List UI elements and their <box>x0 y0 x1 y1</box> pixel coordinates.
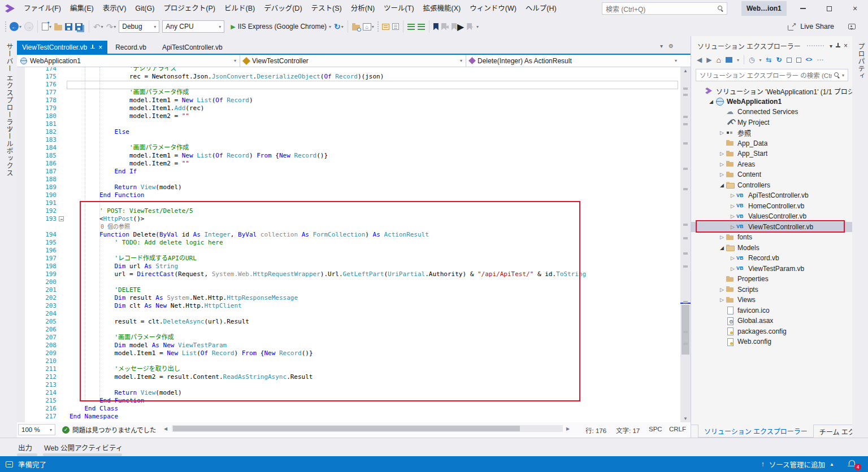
code-line-182[interactable]: 182 Else <box>17 128 680 136</box>
code-line-203[interactable]: 203 Dim clt As New Net.Http.HttpClient <box>17 302 680 310</box>
member-dropdown[interactable]: Delete(Integer) As ActionResult ▾ <box>466 55 680 67</box>
code-line-189[interactable]: 189 Return View(model) <box>17 183 680 191</box>
code-line-214[interactable]: 214 Return View(model) <box>17 389 680 397</box>
code-line-177[interactable]: 177 '画面パラメータ作成 <box>17 89 680 97</box>
editor-options-gear-icon[interactable]: ⚙ <box>669 43 674 49</box>
previous-bookmark-button[interactable]: ◀ <box>441 23 449 30</box>
increase-indent-button[interactable] <box>418 24 425 30</box>
panel-tab-output[interactable]: 出力 <box>18 442 32 453</box>
code-line-198[interactable]: 198 Dim url As String <box>17 263 680 270</box>
menu-help[interactable]: ヘルプ(H) <box>521 0 561 17</box>
code-line-190[interactable]: 190 End Function <box>17 191 680 199</box>
tab-close-icon[interactable]: × <box>98 44 102 51</box>
code-line-206[interactable]: 206 <box>17 326 680 334</box>
code-line-209[interactable]: 209 model.Item1 = New List(Of Record) Fr… <box>17 349 680 357</box>
live-share-button[interactable]: Live Share <box>800 23 834 30</box>
code-line-179[interactable]: 179 model.Item1.Add(rec) <box>17 104 680 112</box>
horizontal-scrollbar[interactable] <box>172 425 563 432</box>
window-position-dropdown-icon[interactable]: ▾ <box>830 43 832 49</box>
se-back-icon[interactable]: ◀ <box>697 56 702 63</box>
navigate-backward-button[interactable]: ←▾ <box>10 22 21 31</box>
se-forward-icon[interactable]: ▶ <box>706 56 711 63</box>
collapse-all-icon[interactable] <box>796 58 801 63</box>
tab-record-vb[interactable]: Record.vb <box>107 41 154 54</box>
toggle-bookmark-button[interactable] <box>433 23 439 30</box>
menu-git[interactable]: Git(G) <box>131 0 159 17</box>
tree-item-viewtestcontroller-vb[interactable]: ▷ViewTestController.vb <box>691 222 852 233</box>
side-tab-[interactable]: プロパティ <box>856 43 866 80</box>
tree-item-valuescontroller-vb[interactable]: ▷ValuesController.vb <box>691 211 852 222</box>
undo-button[interactable]: ↶▾ <box>93 23 103 31</box>
add-to-source-control-button[interactable]: ソース管理に追加 <box>769 459 825 470</box>
toolbar-overflow-button[interactable]: ▾ <box>476 24 479 29</box>
code-line-186[interactable]: 186 model.Item2 = "" <box>17 160 680 168</box>
new-item-button[interactable]: ▾ <box>42 23 51 30</box>
expander-expanded-icon[interactable]: ◢ <box>718 245 726 251</box>
panel-drag-grip[interactable] <box>806 45 824 47</box>
tree-item-homecontroller-vb[interactable]: ▷HomeController.vb <box>691 201 852 212</box>
hscrollbar-thumb[interactable] <box>173 426 520 431</box>
code-line-191[interactable]: 191 <box>17 199 680 207</box>
tree-item-scripts[interactable]: ▷Scripts <box>691 285 852 295</box>
code-line-193[interactable]: 193 <HttpPost()> <box>17 215 680 223</box>
project-dropdown[interactable]: WebApplication1 ▾ <box>17 55 240 67</box>
tree-item-properties[interactable]: Properties <box>691 274 852 285</box>
tree-item-content[interactable]: ▷Content <box>691 169 852 180</box>
expander-collapsed-icon[interactable]: ▷ <box>729 266 736 272</box>
solution-search-box[interactable]: ソリューション エクスプローラー の検索 (Ctrl+:) ▾ <box>696 69 848 81</box>
code-line-180[interactable]: 180 model.Item2 = "" <box>17 112 680 120</box>
menu-build[interactable]: ビルド(B) <box>220 0 259 17</box>
tree-item-areas[interactable]: ▷Areas <box>691 159 852 170</box>
tree-item-fonts[interactable]: ▷fonts <box>691 232 852 243</box>
menu-window[interactable]: ウィンドウ(W) <box>465 0 521 17</box>
background-tasks-icon[interactable] <box>6 461 13 467</box>
refresh-browser-button[interactable]: ↻▾ <box>334 22 344 31</box>
tree-item-web-config[interactable]: Web.config <box>691 336 852 347</box>
tab-apitestcontroller-vb[interactable]: ApiTestController.vb <box>154 41 231 54</box>
expander-collapsed-icon[interactable]: ▷ <box>718 234 726 240</box>
tree-item-app-data[interactable]: App_Data <box>691 138 852 149</box>
toolbar-grip[interactable] <box>5 21 7 32</box>
expander-collapsed-icon[interactable]: ▷ <box>718 130 726 136</box>
menu-debug[interactable]: デバッグ(D) <box>259 0 306 17</box>
code-line-213[interactable]: 213 <box>17 381 680 389</box>
document-list-dropdown-icon[interactable]: ▾ <box>660 43 663 49</box>
decrease-indent-button[interactable] <box>407 24 415 30</box>
refresh-icon[interactable]: ↻ <box>776 56 782 63</box>
tree-item-my-project[interactable]: My Project <box>691 117 852 128</box>
menu-edit[interactable]: 編集(E) <box>66 0 98 17</box>
expander-collapsed-icon[interactable]: ▷ <box>718 287 726 292</box>
hscroll-left-icon[interactable]: ◀ <box>164 426 167 431</box>
code-line-216[interactable]: 216 End Class <box>17 405 680 413</box>
se-overflow-icon[interactable]: ⋯ <box>817 56 823 63</box>
code-line-192[interactable]: 192 ' POST: ViewTest/Delete/5 <box>17 207 680 215</box>
code-line-181[interactable]: 181 <box>17 120 680 128</box>
code-line-197[interactable]: 197 'レコード作成するAPIのURL <box>17 255 680 263</box>
solution-configuration-dropdown[interactable]: Debug▾ <box>119 20 159 33</box>
code-line-207[interactable]: 207 '画面パラメータ作成 <box>17 334 680 342</box>
menu-test[interactable]: テスト(S) <box>307 0 346 17</box>
navigate-forward-button[interactable]: → <box>24 22 33 31</box>
open-file-button[interactable] <box>54 23 62 30</box>
code-line-194[interactable]: 194 Function Delete(ByVal id As Integer,… <box>17 231 680 239</box>
code-line-195[interactable]: 195 ' TODO: Add delete logic here <box>17 239 680 247</box>
expander-collapsed-icon[interactable]: ▷ <box>729 193 736 198</box>
code-line-196[interactable]: 196 <box>17 247 680 255</box>
code-line-201[interactable]: 201 'DELETE <box>17 286 680 294</box>
menu-project[interactable]: プロジェクト(P) <box>159 0 220 17</box>
type-dropdown[interactable]: ViewTestController ▾ <box>240 55 466 67</box>
start-debugging-button[interactable]: ▶IIS Express (Google Chrome)▾ <box>231 23 331 30</box>
next-bookmark-button[interactable]: ▶ <box>452 21 464 32</box>
tree-item-webapplication1-1-1[interactable]: ソリューション 'WebApplication1' (1/1 プロジェクト) <box>691 86 852 97</box>
bottom-tab-[interactable]: ソリューション エクスプローラー <box>698 425 814 438</box>
expander-collapsed-icon[interactable]: ▷ <box>718 297 726 303</box>
show-all-files-icon[interactable] <box>787 58 792 63</box>
panel-close-icon[interactable]: × <box>844 42 848 50</box>
scrollbar-thumb[interactable] <box>682 305 689 355</box>
menu-analyze[interactable]: 分析(N) <box>346 0 379 17</box>
menu-file[interactable]: ファイル(F) <box>19 0 66 17</box>
side-tab-[interactable]: サーバー エクスプローラー <box>5 43 14 133</box>
expander-collapsed-icon[interactable]: ▷ <box>729 213 736 219</box>
code-line-215[interactable]: 215 End Function <box>17 397 680 405</box>
code-editor[interactable]: 174 'デシリアライズ175 rec = Newtonsoft.Json.Js… <box>17 67 691 422</box>
